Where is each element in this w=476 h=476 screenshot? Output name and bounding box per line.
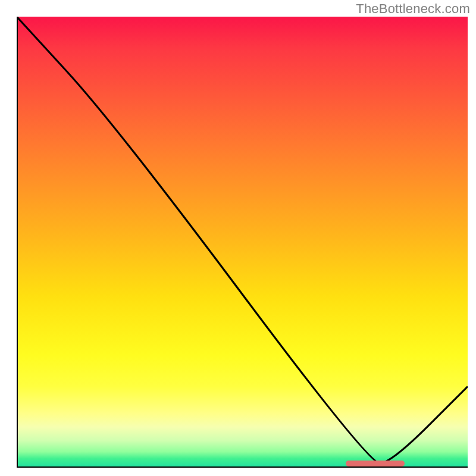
highlight-segment [346,461,405,466]
chart-background-gradient [17,17,468,468]
chart-plot-area [17,17,468,468]
attribution-text: TheBottleneck.com [356,1,470,17]
